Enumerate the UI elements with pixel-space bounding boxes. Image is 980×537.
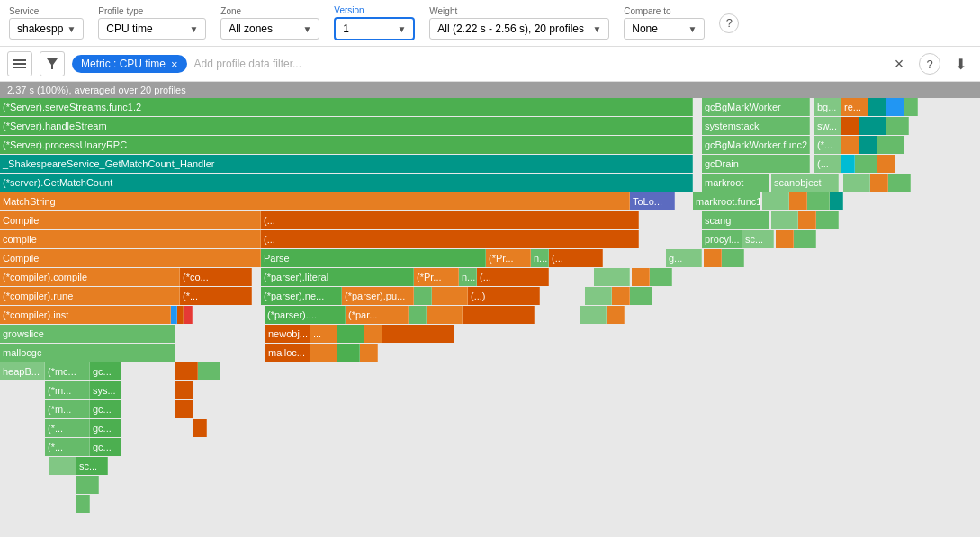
flame-block[interactable] (704, 249, 722, 267)
flame-block[interactable] (830, 192, 843, 210)
flame-block[interactable]: scanobject (771, 174, 839, 192)
flame-block[interactable] (76, 495, 90, 513)
flame-block[interactable] (184, 306, 193, 324)
flame-block[interactable] (463, 306, 535, 324)
flame-block[interactable] (177, 306, 184, 324)
version-select[interactable]: 1 ▼ (334, 17, 415, 40)
flame-block[interactable] (843, 174, 870, 192)
flame-block[interactable] (171, 306, 177, 324)
flame-block[interactable]: markroot.func1 (693, 192, 760, 210)
flame-block[interactable]: (*Pr... (414, 268, 459, 286)
service-select[interactable]: shakespp ▼ (9, 18, 84, 40)
flame-block[interactable]: (*parser).literal (261, 268, 414, 286)
flame-block[interactable]: procyi... (702, 230, 742, 248)
flame-block[interactable] (794, 230, 816, 248)
flame-block[interactable] (776, 230, 794, 248)
flame-block[interactable] (175, 362, 198, 380)
flame-block[interactable]: g... (666, 249, 702, 267)
flame-block[interactable] (877, 155, 895, 173)
metric-chip-close-button[interactable]: × (171, 58, 178, 70)
flame-block[interactable] (886, 117, 909, 135)
flame-block[interactable]: markroot (702, 174, 769, 192)
flame-block[interactable]: gcDrain (702, 155, 810, 173)
flame-block[interactable]: Compile (0, 211, 261, 229)
flame-block[interactable] (198, 362, 220, 380)
flame-block[interactable]: (*Server).processUnaryRPC (0, 136, 693, 154)
flame-block[interactable]: (*compiler).rune (0, 287, 180, 305)
flame-block[interactable]: _ShakespeareService_GetMatchCount_Handle… (0, 155, 693, 173)
flame-block[interactable] (76, 476, 99, 494)
flame-block[interactable]: gc... (90, 400, 121, 418)
zone-select[interactable]: All zones ▼ (220, 18, 319, 40)
flame-block[interactable]: gc... (90, 438, 121, 456)
flame-block[interactable]: sc... (742, 230, 774, 248)
flame-block[interactable]: gc... (90, 419, 121, 437)
flame-block[interactable]: scang (702, 211, 769, 229)
flame-block[interactable]: bg... (814, 98, 841, 116)
weight-select[interactable]: All (2.22 s - 2.56 s), 20 profiles ▼ (429, 18, 609, 40)
flame-block[interactable]: (*par... (346, 306, 409, 324)
flame-block[interactable]: (*... (45, 438, 90, 456)
close-button[interactable]: × (886, 51, 912, 76)
flame-block[interactable]: (*compiler).inst (0, 306, 171, 324)
flame-block[interactable]: (...) (468, 287, 540, 305)
flame-block[interactable] (816, 211, 839, 229)
flame-block[interactable]: (... (549, 249, 603, 267)
flame-block[interactable] (877, 136, 904, 154)
flame-block[interactable]: (*... (814, 136, 841, 154)
flame-block[interactable] (580, 306, 607, 324)
flame-block[interactable] (789, 192, 807, 210)
flame-block[interactable]: (*parser).... (265, 306, 346, 324)
flame-block[interactable] (904, 98, 918, 116)
flame-block[interactable] (360, 344, 378, 362)
flame-block[interactable]: (*parser).ne... (261, 287, 342, 305)
flame-block[interactable] (630, 287, 652, 305)
download-button[interactable]: ⬇ (948, 51, 973, 76)
flame-block[interactable] (607, 306, 625, 324)
flame-block[interactable] (585, 287, 612, 305)
flamegraph-container[interactable]: 2.37 s (100%), averaged over 20 profiles… (0, 82, 980, 537)
flame-block[interactable]: MatchString (0, 192, 630, 210)
flame-block[interactable] (175, 381, 193, 399)
flame-block[interactable] (175, 400, 193, 418)
flame-block[interactable] (650, 268, 672, 286)
flame-block[interactable] (409, 306, 427, 324)
flame-block[interactable] (859, 136, 877, 154)
flame-block[interactable]: sc... (76, 457, 108, 475)
flame-block[interactable] (868, 98, 886, 116)
flame-block[interactable]: ToLo... (630, 192, 675, 210)
flame-block[interactable]: (*... (180, 287, 252, 305)
flame-block[interactable]: (*compiler).compile (0, 268, 180, 286)
flame-block[interactable] (798, 211, 816, 229)
flame-block[interactable] (722, 249, 744, 267)
flame-block[interactable] (337, 344, 360, 362)
flame-block[interactable]: growslice (0, 325, 175, 343)
flame-block[interactable]: sys... (90, 381, 121, 399)
compare-select[interactable]: None ▼ (624, 18, 705, 40)
flame-block[interactable]: heapB... (0, 362, 45, 380)
flame-block[interactable] (841, 155, 855, 173)
flame-block[interactable]: gcBgMarkWorker.func2 (702, 136, 810, 154)
flame-block[interactable]: malloc... (265, 344, 310, 362)
flame-block[interactable]: Parse (261, 249, 486, 267)
flame-block[interactable] (594, 268, 630, 286)
flame-block[interactable]: gcBgMarkWorker (702, 98, 810, 116)
flame-block[interactable]: (*Server).handleStream (0, 117, 693, 135)
flame-block[interactable]: compile (0, 230, 261, 248)
flame-block[interactable]: n... (531, 249, 549, 267)
toolbar-help-button[interactable]: ? (719, 13, 739, 33)
flame-block[interactable] (414, 287, 432, 305)
flame-block[interactable]: (*Pr... (486, 249, 531, 267)
flame-block[interactable] (364, 325, 382, 343)
flame-block[interactable]: (... (814, 155, 841, 173)
flame-block[interactable] (855, 155, 877, 173)
flame-block[interactable]: gc... (90, 362, 121, 380)
flame-block[interactable] (193, 419, 207, 437)
flame-block[interactable]: (... (261, 211, 639, 229)
flame-block[interactable]: (*co... (180, 268, 252, 286)
flame-block[interactable]: systemstack (702, 117, 810, 135)
flame-block[interactable]: newobj... (265, 325, 310, 343)
profile-type-select[interactable]: CPU time ▼ (98, 18, 206, 40)
filter-placeholder[interactable]: Add profile data filter... (194, 58, 879, 70)
flame-block[interactable] (310, 344, 337, 362)
